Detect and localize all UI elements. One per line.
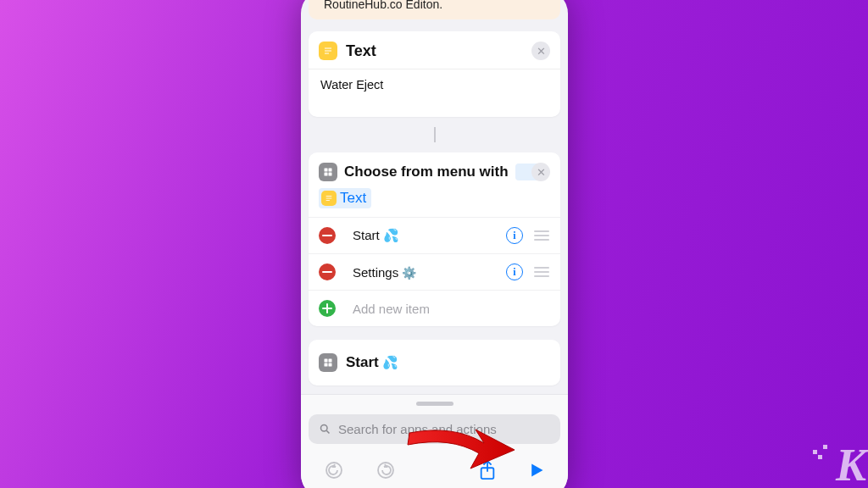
info-icon[interactable]: i: [506, 263, 523, 280]
svg-rect-9: [326, 200, 330, 201]
menu-item-emoji: ⚙️: [402, 266, 416, 280]
action-title: Start: [346, 354, 379, 370]
svg-rect-7: [326, 196, 332, 197]
add-icon[interactable]: [319, 300, 336, 317]
svg-rect-5: [325, 173, 328, 176]
redo-button[interactable]: [376, 460, 396, 484]
close-icon[interactable]: ✕: [531, 42, 550, 60]
action-title: Choose from menu with: [344, 164, 509, 180]
text-icon: [319, 42, 337, 60]
phone-frame: RoutineHub.co Editon. Text ✕ Water Eject: [301, 0, 568, 488]
watermark: K: [836, 439, 865, 488]
drag-handle[interactable]: [533, 230, 550, 241]
svg-rect-6: [329, 173, 332, 176]
search-icon: [319, 423, 331, 435]
svg-rect-13: [329, 363, 332, 367]
svg-rect-2: [325, 53, 329, 54]
info-icon[interactable]: i: [506, 227, 523, 244]
svg-rect-12: [325, 363, 328, 367]
text-icon: [321, 191, 337, 206]
add-new-item[interactable]: Add new item: [309, 290, 560, 326]
svg-rect-0: [325, 48, 331, 49]
action-emoji: 💦: [382, 355, 398, 369]
menu-grid-icon: [319, 163, 337, 181]
banner-notice: RoutineHub.co Editon.: [309, 0, 560, 19]
svg-line-15: [326, 430, 329, 433]
text-value[interactable]: Water Eject: [309, 69, 560, 117]
search-input[interactable]: Search for apps and actions: [309, 414, 560, 444]
svg-rect-10: [325, 359, 328, 363]
menu-item[interactable]: Settings ⚙️ i: [309, 253, 560, 290]
remove-button[interactable]: [319, 263, 336, 280]
svg-point-14: [321, 425, 328, 432]
search-placeholder: Search for apps and actions: [338, 422, 497, 436]
svg-rect-1: [325, 51, 331, 52]
sheet-handle[interactable]: [416, 402, 453, 406]
undo-button[interactable]: [324, 460, 344, 484]
menu-grid-icon: [319, 353, 337, 372]
drag-handle[interactable]: [533, 267, 550, 277]
connector-line: [434, 127, 436, 142]
svg-rect-3: [325, 169, 328, 172]
param-text-pill[interactable]: Text: [319, 188, 371, 208]
remove-button[interactable]: [319, 227, 336, 244]
menu-item-label: Start: [353, 228, 380, 242]
add-new-label: Add new item: [353, 302, 430, 316]
svg-rect-8: [326, 198, 332, 199]
menu-item[interactable]: Start 💦 i: [309, 217, 560, 253]
menu-item-label: Settings: [353, 265, 398, 280]
action-choose-menu[interactable]: Choose from menu with ✕ Text Start 💦: [309, 152, 560, 326]
banner-text: RoutineHub.co Editon.: [324, 0, 442, 11]
action-text-block[interactable]: Text ✕ Water Eject: [309, 31, 560, 117]
toolbar: [309, 459, 560, 485]
play-button[interactable]: [528, 461, 545, 483]
svg-rect-4: [329, 169, 332, 172]
share-button[interactable]: [478, 459, 497, 485]
menu-item-emoji: 💦: [383, 228, 399, 242]
action-start-block[interactable]: Start 💦: [309, 340, 560, 385]
close-icon[interactable]: ✕: [531, 163, 550, 181]
action-title: Text: [346, 42, 376, 60]
param-label: Text: [340, 190, 366, 207]
svg-rect-11: [329, 359, 332, 363]
bottom-panel: Search for apps and actions: [301, 394, 568, 488]
